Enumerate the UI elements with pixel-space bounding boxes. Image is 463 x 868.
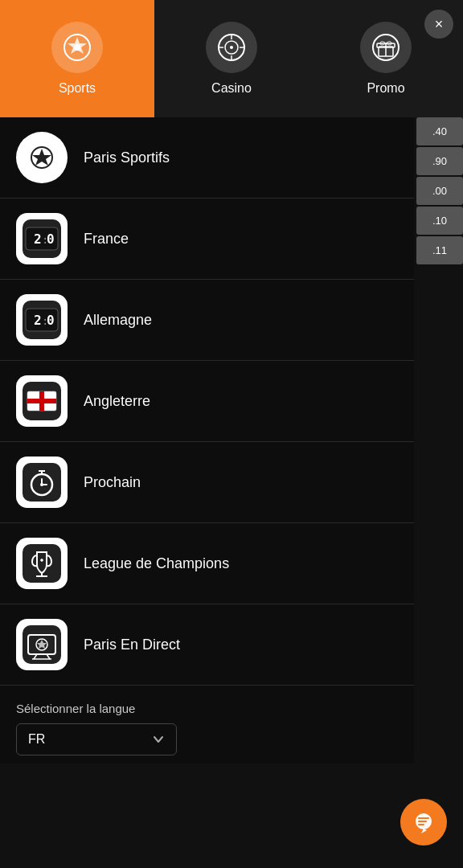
prochain-icon bbox=[16, 457, 68, 508]
chat-icon bbox=[412, 811, 435, 833]
menu-item-france[interactable]: 2 : 0 France bbox=[0, 199, 414, 280]
angleterre-label: Angleterre bbox=[84, 393, 150, 410]
menu-item-allemagne[interactable]: 2 : 0 Allemagne bbox=[0, 280, 414, 361]
menu-item-paris-sportifs[interactable]: Paris Sportifs bbox=[0, 117, 414, 199]
chevron-down-icon bbox=[152, 733, 165, 746]
paris-direct-label: Paris En Direct bbox=[84, 637, 180, 653]
menu-item-angleterre[interactable]: Angleterre bbox=[0, 361, 414, 442]
sports-label: Sports bbox=[59, 81, 96, 96]
score-badge-2: .90 bbox=[416, 147, 463, 175]
menu-item-prochain[interactable]: Prochain bbox=[0, 442, 414, 523]
nav-item-casino[interactable]: Casino bbox=[154, 0, 309, 117]
sports-icon-circle bbox=[51, 22, 103, 73]
nav-item-sports[interactable]: Sports bbox=[0, 0, 154, 117]
score-badge-5: .11 bbox=[416, 236, 463, 264]
svg-point-4 bbox=[230, 46, 233, 49]
france-label: France bbox=[84, 231, 129, 248]
casino-icon-circle bbox=[206, 22, 257, 73]
svg-text:0: 0 bbox=[47, 231, 55, 247]
svg-point-37 bbox=[40, 483, 43, 486]
casino-label: Casino bbox=[211, 81, 252, 96]
allemagne-icon: 2 : 0 bbox=[16, 294, 68, 346]
language-section: Sélectionner la langue FR bbox=[0, 686, 414, 764]
paris-sportifs-icon bbox=[16, 132, 68, 183]
svg-text:0: 0 bbox=[47, 313, 55, 328]
paris-sportifs-label: Paris Sportifs bbox=[84, 149, 170, 166]
svg-rect-30 bbox=[27, 399, 56, 403]
league-champions-label: League de Champions bbox=[84, 555, 229, 572]
promo-icon-circle bbox=[360, 22, 412, 73]
language-current-value: FR bbox=[28, 732, 45, 747]
promo-label: Promo bbox=[367, 81, 404, 96]
allemagne-label: Allemagne bbox=[84, 312, 152, 329]
score-badge-3: .00 bbox=[416, 177, 463, 205]
chat-fab-button[interactable] bbox=[400, 799, 447, 845]
svg-text:2: 2 bbox=[34, 313, 42, 328]
angleterre-icon bbox=[16, 375, 68, 427]
paris-direct-icon bbox=[16, 619, 68, 670]
close-button[interactable]: × bbox=[424, 10, 453, 39]
score-badge-4: .10 bbox=[416, 207, 463, 235]
close-icon: × bbox=[435, 17, 444, 31]
top-navigation: Sports Casino bbox=[0, 0, 463, 117]
menu-item-paris-direct[interactable]: Paris En Direct bbox=[0, 604, 414, 686]
france-icon: 2 : 0 bbox=[16, 213, 68, 264]
menu-item-league-champions[interactable]: League de Champions bbox=[0, 523, 414, 604]
league-champions-icon bbox=[16, 538, 68, 589]
svg-point-1 bbox=[74, 44, 80, 51]
menu-list: Paris Sportifs 2 : 0 France 2 : 0 bbox=[0, 117, 414, 764]
score-overlay: .40 .90 .00 .10 .11 bbox=[416, 117, 463, 266]
score-badge-1: .40 bbox=[416, 117, 463, 145]
language-section-title: Sélectionner la langue bbox=[16, 702, 398, 715]
prochain-label: Prochain bbox=[84, 474, 141, 491]
svg-text:2: 2 bbox=[34, 231, 42, 247]
language-select[interactable]: FR bbox=[16, 723, 177, 755]
